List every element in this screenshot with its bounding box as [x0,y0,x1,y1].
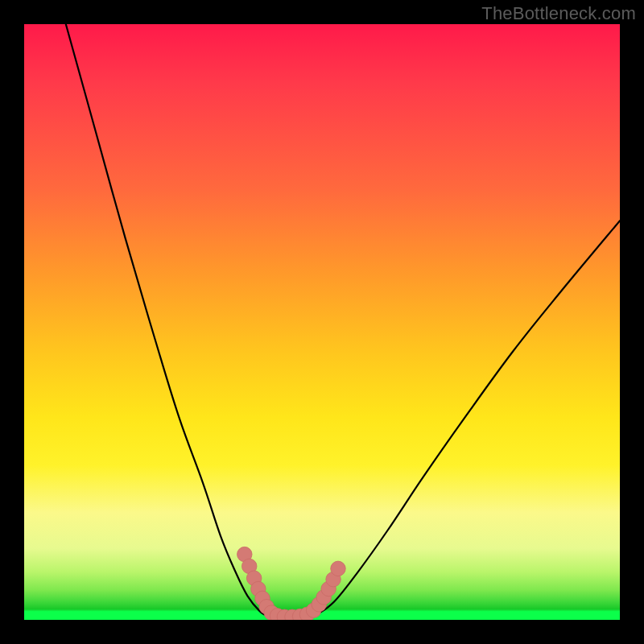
chart-stage: TheBottleneck.com [0,0,644,644]
curve-layer [24,24,620,620]
bead-cluster [237,547,346,620]
bottleneck-curve [66,24,620,619]
plot-area [24,24,620,620]
bead-dot [331,561,346,576]
watermark-text: TheBottleneck.com [481,3,636,24]
